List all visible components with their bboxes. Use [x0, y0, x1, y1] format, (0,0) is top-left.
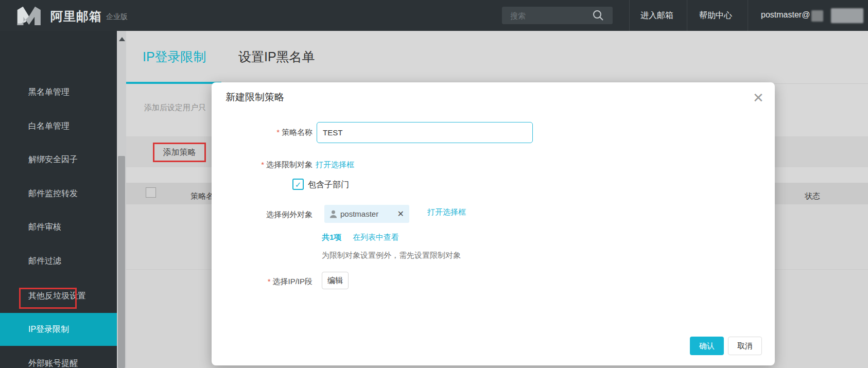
- sidebar-item-ip-login-limit[interactable]: IP登录限制: [0, 318, 117, 341]
- view-in-list-link[interactable]: 在列表中查看: [353, 233, 399, 242]
- user-icon: [329, 210, 337, 218]
- column-status: 状态: [805, 191, 820, 201]
- confirm-button[interactable]: 确认: [690, 337, 724, 355]
- edition-badge: 企业版: [106, 12, 128, 22]
- cancel-button[interactable]: 取消: [728, 337, 762, 355]
- restrict-target-label: *选择限制对象: [212, 160, 313, 170]
- sidebar-item-blacklist[interactable]: 黑名单管理: [0, 81, 117, 103]
- new-policy-dialog: 新建限制策略 ✕ *策略名称 *选择限制对象 打开选择框 ✓ 包含子部门 选择例…: [212, 82, 775, 365]
- close-icon[interactable]: ✕: [750, 90, 767, 106]
- sidebar-item-external-account[interactable]: 外部账号提醒: [0, 352, 117, 368]
- exception-target-label: 选择例外对象: [212, 210, 313, 220]
- account-domain-redacted: [811, 10, 823, 22]
- sidebar-item-whitelist[interactable]: 白名单管理: [0, 115, 117, 137]
- sidebar-item-unbind-factor[interactable]: 解绑安全因子: [0, 148, 117, 171]
- chip-user-name: postmaster: [340, 209, 378, 218]
- sidebar-item-antispam[interactable]: 其他反垃圾设置: [0, 285, 117, 307]
- sidebar-item-mail-filter[interactable]: 邮件过滤: [0, 250, 117, 272]
- open-picker-link-exception[interactable]: 打开选择框: [427, 207, 466, 217]
- account-domain-redacted: [831, 8, 863, 23]
- account-menu[interactable]: postmaster@: [761, 10, 810, 20]
- alimail-logo-icon: [15, 6, 45, 25]
- scrollbar-up-icon[interactable]: [119, 37, 125, 41]
- sidebar-nav: 黑名单管理 白名单管理 解绑安全因子 邮件监控转发 邮件审核 邮件过滤 其他反垃…: [0, 31, 117, 368]
- add-policy-button[interactable]: 添加策略: [153, 143, 206, 162]
- select-all-checkbox[interactable]: [146, 187, 156, 198]
- search-icon[interactable]: [592, 9, 604, 22]
- required-mark: *: [268, 277, 271, 286]
- active-tab-underline: [126, 82, 221, 84]
- column-policy-name: 策略名: [190, 191, 214, 201]
- sidebar-scrollbar-thumb[interactable]: [118, 156, 125, 368]
- ip-range-label: *选择IP/IP段: [212, 277, 313, 287]
- page: 阿里邮箱 企业版 进入邮箱 帮助中心 postmaster@ 黑名单管理 白名单…: [0, 0, 868, 368]
- tab-ip-login-limit[interactable]: IP登录限制: [143, 48, 206, 65]
- include-subdept-label: 包含子部门: [308, 180, 349, 190]
- policy-name-label: *策略名称: [212, 128, 313, 137]
- edit-ip-button[interactable]: 编辑: [322, 272, 349, 289]
- page-description: 添加后设定用户只: [144, 103, 206, 113]
- enter-mailbox-link[interactable]: 进入邮箱: [640, 10, 673, 21]
- include-subdept-checkbox[interactable]: ✓: [292, 179, 304, 190]
- header-divider: [748, 0, 748, 31]
- top-header: 阿里邮箱 企业版 进入邮箱 帮助中心 postmaster@: [0, 0, 868, 31]
- sidebar-item-mail-monitor[interactable]: 邮件监控转发: [0, 182, 117, 205]
- exception-user-chip: postmaster ✕: [324, 205, 409, 223]
- app-title: 阿里邮箱: [50, 8, 102, 25]
- chip-remove-icon[interactable]: ✕: [397, 209, 404, 219]
- required-mark: *: [276, 128, 280, 136]
- required-mark: *: [261, 160, 264, 169]
- dialog-title: 新建限制策略: [225, 91, 284, 104]
- open-picker-link-restrict[interactable]: 打开选择框: [316, 160, 354, 170]
- exception-count: 共1项: [322, 233, 341, 242]
- tab-set-ip-blacklist[interactable]: 设置IP黑名单: [238, 48, 315, 65]
- header-divider: [687, 0, 687, 31]
- help-center-link[interactable]: 帮助中心: [699, 10, 732, 21]
- sidebar-item-mail-review[interactable]: 邮件审核: [0, 216, 117, 238]
- search-input[interactable]: [509, 7, 589, 24]
- header-divider: [629, 0, 630, 31]
- policy-name-input[interactable]: [317, 122, 533, 143]
- exception-hint: 为限制对象设置例外，需先设置限制对象: [322, 251, 461, 260]
